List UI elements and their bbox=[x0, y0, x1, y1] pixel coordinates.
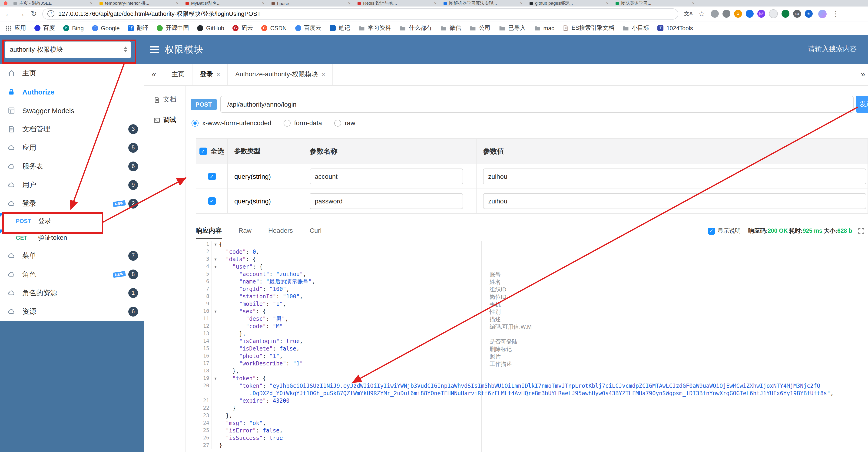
param-name-input[interactable]: password bbox=[310, 193, 463, 209]
url-input[interactable]: i 127.0.0.1:8760/api/gate/doc.html#/auth… bbox=[42, 8, 679, 19]
body-type-option[interactable]: raw bbox=[334, 119, 355, 126]
menu-toggle-icon[interactable] bbox=[150, 46, 159, 53]
response-tab-1[interactable]: Raw bbox=[239, 222, 251, 239]
profile-avatar[interactable] bbox=[818, 9, 827, 18]
tab-close-icon[interactable]: × bbox=[262, 1, 265, 6]
browser-window-tab[interactable]: Redis 设计与实...× bbox=[354, 0, 440, 6]
nav-doc[interactable]: 文档 bbox=[144, 89, 186, 110]
page-info-icon[interactable]: i bbox=[48, 10, 55, 17]
param-value-input[interactable]: zuihou bbox=[483, 193, 866, 209]
show-desc-checkbox[interactable]: ✓ bbox=[708, 227, 715, 234]
browser-window-tab[interactable]: temporary-interior 拼...× bbox=[96, 0, 182, 6]
sidebar-api-get-验证token[interactable]: GET验证token bbox=[0, 229, 144, 246]
browser-menu-icon[interactable]: ⋮ bbox=[832, 10, 839, 18]
tab-close-icon[interactable]: × bbox=[434, 1, 437, 6]
shield-extension-icon[interactable] bbox=[781, 10, 789, 18]
collapse-menu-icon[interactable]: « bbox=[144, 64, 164, 85]
project-select[interactable]: authority-权限模块 bbox=[5, 41, 131, 58]
bookmark-item[interactable]: 公司 bbox=[470, 24, 491, 32]
request-path-input[interactable]: /api/authority/anno/login bbox=[220, 96, 854, 113]
sidebar-item-menu[interactable]: 菜单7 bbox=[0, 246, 144, 265]
sidebar-item-resource[interactable]: 资源6 bbox=[0, 302, 144, 321]
param-checkbox[interactable]: ✓ bbox=[208, 197, 216, 205]
orange-g-extension-icon[interactable]: G bbox=[734, 10, 742, 18]
bookmark-item[interactable]: mac bbox=[534, 25, 554, 31]
fold-icon[interactable]: ▾ bbox=[212, 375, 219, 382]
sidebar-item-user[interactable]: 用户9 bbox=[0, 175, 144, 194]
browser-window-tab[interactable]: 主页 - 温故JSEE× bbox=[10, 0, 96, 6]
translate-icon[interactable]: 文A bbox=[684, 11, 693, 16]
screenshot-extension-icon[interactable] bbox=[711, 10, 718, 18]
reload-icon[interactable]: ↻ bbox=[31, 10, 37, 18]
gray-extension-icon[interactable] bbox=[722, 10, 730, 18]
browser-window-tab[interactable]: hbase× bbox=[268, 0, 354, 6]
tab-close-icon[interactable]: × bbox=[217, 71, 220, 78]
param-checkbox[interactable]: ✓ bbox=[208, 173, 216, 180]
sidebar-item-application[interactable]: 应用5 bbox=[0, 138, 144, 157]
expand-icon[interactable] bbox=[858, 228, 864, 234]
fold-icon[interactable]: ▾ bbox=[212, 241, 219, 248]
param-name-input[interactable]: account bbox=[310, 169, 463, 184]
tab-close-icon[interactable]: × bbox=[520, 1, 523, 6]
tab-close-icon[interactable]: × bbox=[348, 1, 350, 6]
bookmark-item[interactable]: 小目标 bbox=[622, 24, 649, 32]
bookmark-item[interactable]: 百度云 bbox=[295, 24, 321, 32]
sidebar-item-role-resource[interactable]: 角色的资源1 bbox=[0, 283, 144, 302]
fold-icon[interactable]: ▾ bbox=[212, 256, 219, 263]
more-tabs-icon[interactable]: » bbox=[861, 64, 865, 85]
sidebar-item-docs[interactable]: 文档管理3 bbox=[0, 120, 144, 138]
sidebar-item-swagger-models[interactable]: Swagger Models bbox=[0, 101, 144, 120]
sidebar-item-service[interactable]: 服务表6 bbox=[0, 157, 144, 175]
bookmark-item[interactable]: 应用 bbox=[6, 24, 26, 32]
bookmark-item[interactable]: 学习资料 bbox=[359, 24, 391, 32]
browser-window-tab[interactable]: 图解机器学习算法实现...× bbox=[440, 0, 526, 6]
select-all-checkbox[interactable]: ✓ bbox=[199, 147, 207, 155]
sidebar-item-login[interactable]: 登录NEW2 bbox=[0, 194, 144, 213]
bookmark-item[interactable]: 开源中国 bbox=[157, 24, 189, 32]
forward-icon[interactable]: → bbox=[18, 10, 25, 18]
header-search-input[interactable]: 请输入搜索内容 bbox=[808, 45, 857, 54]
response-tab-3[interactable]: Curl bbox=[310, 222, 321, 239]
bookmark-item[interactable]: 笔记 bbox=[330, 24, 350, 32]
sidebar-item-role[interactable]: 角色NEW8 bbox=[0, 265, 144, 283]
browser-window-tab[interactable]: 团队英语学习...× bbox=[612, 0, 698, 6]
tab-close-icon[interactable]: × bbox=[322, 71, 325, 78]
param-value-input[interactable]: zuihou bbox=[483, 169, 866, 184]
back-icon[interactable]: ← bbox=[5, 10, 12, 18]
fold-icon[interactable]: ▾ bbox=[212, 263, 219, 271]
body-type-option[interactable]: x-www-form-urlencoded bbox=[191, 119, 271, 126]
sidebar-api-post-登录[interactable]: POST登录 bbox=[0, 213, 144, 229]
bookmark-item[interactable]: CCSDN bbox=[261, 25, 287, 31]
bookmark-item[interactable]: 什么都有 bbox=[399, 24, 432, 32]
sidebar-item-home[interactable]: 主页 bbox=[0, 64, 144, 82]
tab-close-icon[interactable]: × bbox=[606, 1, 609, 6]
radio-icon[interactable] bbox=[334, 119, 341, 126]
sia-extension-icon[interactable]: sia bbox=[793, 10, 801, 18]
bookmark-item[interactable]: T1024Tools bbox=[658, 25, 693, 31]
bookmark-item[interactable]: ES搜索引擎文档 bbox=[563, 24, 614, 32]
bookmark-item[interactable]: bBing bbox=[63, 25, 84, 31]
radio-icon[interactable] bbox=[283, 119, 290, 126]
bookmark-item[interactable]: 译翻译 bbox=[128, 24, 149, 32]
response-tab-2[interactable]: Headers bbox=[268, 222, 293, 239]
white-extension-icon[interactable] bbox=[769, 9, 778, 18]
bookmark-item[interactable]: 微信 bbox=[440, 24, 461, 32]
jsf-extension-icon[interactable]: jsF bbox=[757, 10, 765, 18]
response-tab-0[interactable]: 响应内容 bbox=[196, 222, 222, 239]
sidebar-item-authorize[interactable]: Authorize bbox=[0, 82, 144, 101]
bookmark-star-icon[interactable]: ☆ bbox=[699, 10, 705, 18]
fold-icon[interactable]: ▾ bbox=[212, 308, 219, 315]
nav-debug[interactable]: 调试 bbox=[144, 110, 186, 130]
blue-extension-icon[interactable] bbox=[745, 10, 753, 18]
browser-window-tab[interactable]: github pages绑定...× bbox=[526, 0, 612, 6]
bookmark-item[interactable]: 百度 bbox=[34, 24, 55, 32]
content-tab-1[interactable]: 登录× bbox=[192, 64, 228, 85]
content-tab-0[interactable]: 主页 bbox=[164, 64, 192, 85]
bookmark-item[interactable]: 已导入 bbox=[499, 24, 526, 32]
asterisk-extension-icon[interactable]: ✳ bbox=[805, 10, 812, 18]
radio-icon[interactable] bbox=[191, 119, 198, 126]
content-tab-2[interactable]: Authorize-authority-权限模块× bbox=[228, 64, 333, 85]
tab-close-icon[interactable]: × bbox=[692, 1, 694, 6]
body-type-option[interactable]: form-data bbox=[283, 119, 322, 126]
window-close-icon[interactable] bbox=[4, 1, 7, 5]
